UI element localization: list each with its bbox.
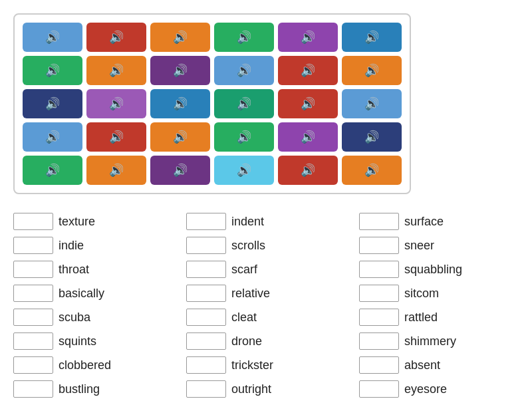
word-row: relative [186, 282, 359, 305]
word-label: clobbered [59, 358, 111, 372]
audio-button-5[interactable]: 🔊 [342, 23, 402, 52]
word-label: indent [231, 215, 264, 229]
word-label: trickster [231, 358, 273, 372]
word-label: relative [231, 287, 270, 301]
word-label: squabbling [404, 263, 462, 277]
word-input-col0-row2[interactable] [13, 261, 53, 278]
word-label: drone [231, 334, 262, 348]
word-input-col1-row5[interactable] [186, 332, 226, 350]
audio-button-18[interactable]: 🔊 [23, 122, 82, 152]
word-input-col0-row0[interactable] [13, 213, 53, 230]
word-row: squabbling [359, 258, 532, 281]
word-label: throat [59, 263, 89, 277]
word-input-col0-row7[interactable] [13, 380, 53, 398]
word-input-col2-row3[interactable] [359, 285, 399, 302]
word-input-col1-row7[interactable] [186, 380, 226, 398]
word-row: sitcom [359, 282, 532, 305]
word-row: drone [186, 330, 359, 352]
audio-button-28[interactable]: 🔊 [278, 156, 338, 185]
word-column-1: indentscrollsscarfrelativecleatdronetric… [186, 210, 359, 399]
audio-button-12[interactable]: 🔊 [23, 89, 82, 118]
word-label: scuba [59, 311, 90, 325]
audio-button-16[interactable]: 🔊 [278, 89, 338, 118]
audio-button-26[interactable]: 🔊 [150, 156, 210, 185]
word-input-col1-row4[interactable] [186, 309, 226, 326]
audio-button-1[interactable]: 🔊 [86, 23, 146, 52]
word-column-2: surfacesneersquabblingsitcomrattledshimm… [359, 210, 532, 399]
audio-button-11[interactable]: 🔊 [342, 56, 402, 85]
word-column-0: textureindiethroatbasicallyscubasquintsc… [13, 210, 186, 399]
word-row: outright [186, 378, 359, 399]
word-label: bustling [59, 382, 100, 396]
word-row: eyesore [359, 378, 532, 399]
word-row: scrolls [186, 234, 359, 257]
audio-button-2[interactable]: 🔊 [150, 23, 210, 52]
word-input-col0-row3[interactable] [13, 285, 53, 302]
word-input-col1-row6[interactable] [186, 356, 226, 374]
word-row: basically [13, 282, 186, 305]
word-row: rattled [359, 306, 532, 329]
word-label: surface [404, 215, 444, 229]
word-label: rattled [404, 311, 438, 325]
audio-button-27[interactable]: 🔊 [214, 156, 274, 185]
audio-button-20[interactable]: 🔊 [150, 122, 210, 152]
word-label: cleat [231, 311, 257, 325]
word-row: scarf [186, 258, 359, 281]
word-row: surface [359, 210, 532, 233]
audio-button-23[interactable]: 🔊 [342, 122, 402, 152]
word-input-col1-row2[interactable] [186, 261, 226, 278]
word-input-col0-row5[interactable] [13, 332, 53, 350]
audio-button-14[interactable]: 🔊 [150, 89, 210, 118]
word-label: shimmery [404, 334, 456, 348]
audio-button-17[interactable]: 🔊 [342, 89, 402, 118]
word-input-col2-row4[interactable] [359, 309, 399, 326]
word-input-col2-row6[interactable] [359, 356, 399, 374]
word-input-col1-row3[interactable] [186, 285, 226, 302]
audio-button-15[interactable]: 🔊 [214, 89, 274, 118]
audio-button-4[interactable]: 🔊 [278, 23, 338, 52]
word-row: cleat [186, 306, 359, 329]
audio-button-0[interactable]: 🔊 [23, 23, 82, 52]
word-row: shimmery [359, 330, 532, 352]
word-row: scuba [13, 306, 186, 329]
word-input-col0-row1[interactable] [13, 237, 53, 254]
audio-button-10[interactable]: 🔊 [278, 56, 338, 85]
word-input-col2-row7[interactable] [359, 380, 399, 398]
word-row: bustling [13, 378, 186, 399]
audio-button-19[interactable]: 🔊 [86, 122, 146, 152]
audio-button-29[interactable]: 🔊 [342, 156, 402, 185]
word-label: basically [59, 287, 104, 301]
audio-button-21[interactable]: 🔊 [214, 122, 274, 152]
word-label: sitcom [404, 287, 439, 301]
word-input-col0-row6[interactable] [13, 356, 53, 374]
audio-button-25[interactable]: 🔊 [86, 156, 146, 185]
word-label: sneer [404, 239, 434, 253]
word-section: textureindiethroatbasicallyscubasquintsc… [13, 210, 519, 399]
word-label: squints [59, 334, 96, 348]
audio-button-8[interactable]: 🔊 [150, 56, 210, 85]
word-row: throat [13, 258, 186, 281]
audio-grid: 🔊🔊🔊🔊🔊🔊🔊🔊🔊🔊🔊🔊🔊🔊🔊🔊🔊🔊🔊🔊🔊🔊🔊🔊🔊🔊🔊🔊🔊🔊 [13, 13, 411, 194]
word-input-col2-row1[interactable] [359, 237, 399, 254]
word-row: trickster [186, 354, 359, 376]
word-row: clobbered [13, 354, 186, 376]
word-label: absent [404, 358, 440, 372]
audio-button-22[interactable]: 🔊 [278, 122, 338, 152]
word-label: texture [59, 215, 95, 229]
audio-button-9[interactable]: 🔊 [214, 56, 274, 85]
audio-button-7[interactable]: 🔊 [86, 56, 146, 85]
word-row: indie [13, 234, 186, 257]
audio-button-6[interactable]: 🔊 [23, 56, 82, 85]
word-row: texture [13, 210, 186, 233]
audio-button-3[interactable]: 🔊 [214, 23, 274, 52]
word-input-col2-row5[interactable] [359, 332, 399, 350]
word-input-col1-row0[interactable] [186, 213, 226, 230]
word-label: indie [59, 239, 84, 253]
word-input-col1-row1[interactable] [186, 237, 226, 254]
word-input-col0-row4[interactable] [13, 309, 53, 326]
word-input-col2-row2[interactable] [359, 261, 399, 278]
word-row: sneer [359, 234, 532, 257]
audio-button-24[interactable]: 🔊 [23, 156, 82, 185]
audio-button-13[interactable]: 🔊 [86, 89, 146, 118]
word-input-col2-row0[interactable] [359, 213, 399, 230]
